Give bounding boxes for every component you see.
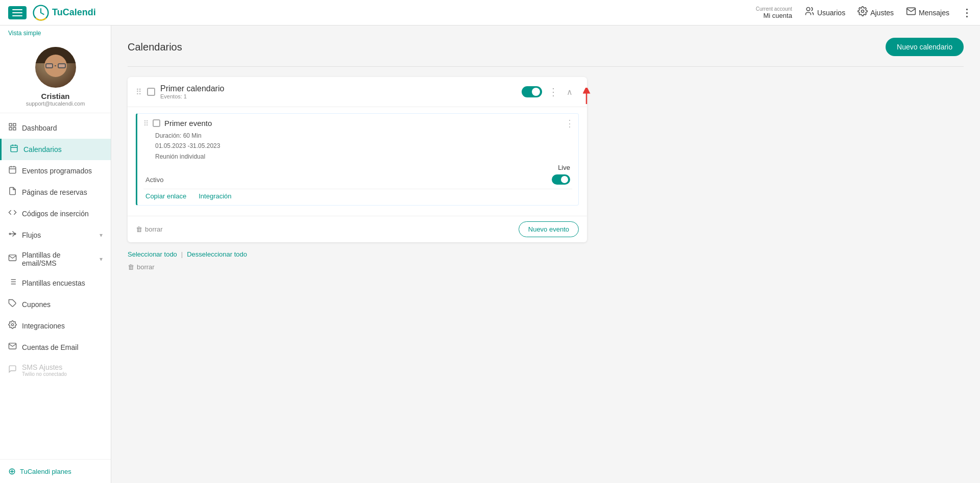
vista-simple-link[interactable]: Vista simple: [0, 26, 111, 39]
bottom-actions: Seleccionar todo | Desseleccionar todo 🗑…: [128, 250, 587, 271]
nuevo-evento-button[interactable]: Nuevo evento: [519, 221, 579, 237]
sidebar-item-cupones[interactable]: Cupones: [0, 294, 111, 315]
content-header: Calendarios Nuevo calendario: [128, 38, 964, 56]
page-title: Calendarios: [128, 41, 182, 53]
plantillas-encuestas-icon: [8, 277, 17, 289]
calendar-more-icon[interactable]: ⋮: [546, 86, 560, 98]
topnav-left: TuCalendi: [8, 5, 96, 21]
borrar-global-button[interactable]: 🗑 borrar: [128, 263, 155, 271]
profile-section: Cristian support@tucalendi.com: [0, 39, 111, 113]
sidebar-item-integraciones[interactable]: Integraciones: [0, 315, 111, 337]
calendar-toggle[interactable]: [522, 86, 542, 97]
calendar-actions: ⋮ ∧: [522, 86, 579, 98]
drag-handle-icon[interactable]: ⠿: [136, 87, 142, 97]
logo-icon: [33, 5, 49, 21]
event-name: Primer evento: [164, 119, 572, 128]
avatar: [35, 47, 76, 88]
mensajes-label: Mensajes: [919, 9, 949, 17]
logo[interactable]: TuCalendi: [33, 5, 96, 21]
borrar-button[interactable]: 🗑 borrar: [136, 225, 163, 233]
nav-usuarios[interactable]: Usuarios: [804, 6, 845, 19]
event-fechas: 01.05.2023 -31.05.2023: [155, 141, 572, 151]
sidebar-item-flujos[interactable]: Flujos ▾: [0, 224, 111, 246]
hamburger-menu[interactable]: [8, 6, 27, 19]
sidebar-item-plantillas-encuestas[interactable]: Plantillas encuestas: [0, 272, 111, 294]
more-options-button[interactable]: ⋮: [962, 7, 972, 19]
nuevo-calendario-button[interactable]: Nuevo calendario: [886, 38, 964, 56]
topnav-right: Current account Mi cuenta Usuarios Ajust…: [756, 6, 972, 19]
calendar-collapse-icon[interactable]: ∧: [565, 87, 575, 97]
integracion-link[interactable]: Integración: [199, 192, 231, 200]
svg-rect-8: [9, 128, 12, 130]
main-layout: Vista simple Cristian support@tucalendi.…: [0, 26, 980, 483]
codigos-icon: [8, 208, 17, 219]
mi-cuenta-label: Mi cuenta: [764, 12, 792, 19]
copiar-enlace-link[interactable]: Copiar enlace: [145, 192, 186, 200]
select-row: Seleccionar todo | Desseleccionar todo: [128, 250, 587, 258]
event-drag-handle-icon[interactable]: ⠿: [143, 119, 149, 128]
current-account-label: Current account: [756, 6, 792, 12]
plantillas-email-icon: [8, 253, 17, 265]
seleccionar-todo-link[interactable]: Seleccionar todo: [128, 250, 177, 258]
svg-point-27: [11, 323, 13, 325]
dashboard-icon: [8, 122, 17, 134]
tucalendi-planes-link[interactable]: ⊕ TuCalendi planes: [8, 466, 103, 477]
event-item-header: ⠿ Primer evento ⋮: [143, 119, 572, 128]
ajustes-icon: [857, 6, 868, 19]
svg-rect-7: [13, 123, 16, 126]
flujos-chevron: ▾: [100, 232, 103, 239]
ajustes-label: Ajustes: [870, 9, 894, 17]
dashboard-label: Dashboard: [22, 124, 57, 132]
sidebar-nav: Dashboard Calendarios: [0, 113, 111, 459]
event-active-row: Activo: [143, 171, 572, 186]
desseleccionar-todo-link[interactable]: Desseleccionar todo: [187, 250, 247, 258]
nav-ajustes[interactable]: Ajustes: [857, 6, 894, 19]
sms-ajustes-icon: [8, 365, 17, 376]
current-account[interactable]: Current account Mi cuenta: [756, 6, 792, 19]
svg-point-4: [806, 8, 810, 11]
calendar-card-footer: 🗑 borrar Nuevo evento: [128, 216, 587, 242]
planes-icon: ⊕: [8, 466, 16, 477]
eventos-label: Eventos programados: [22, 167, 92, 175]
paginas-icon: [8, 187, 17, 198]
calendar-checkbox[interactable]: [147, 88, 155, 96]
calendar-card-header: ⠿ Primer calendario Eventos: 1 ⋮ ∧: [128, 77, 587, 107]
event-active-toggle[interactable]: [552, 174, 570, 185]
plantillas-email-label: Plantillas de email/SMS: [22, 251, 94, 267]
main-content: Calendarios Nuevo calendario ⠿ Primer ca…: [111, 26, 980, 483]
svg-rect-14: [9, 167, 16, 173]
paginas-label: Páginas de reservas: [22, 188, 87, 196]
event-more-icon[interactable]: ⋮: [565, 118, 574, 129]
mensajes-icon: [906, 6, 916, 19]
borrar-label: borrar: [145, 225, 163, 233]
flujos-icon: [8, 230, 17, 241]
sidebar: Vista simple Cristian support@tucalendi.…: [0, 26, 111, 483]
cuentas-email-icon: [8, 342, 17, 353]
event-tipo: Reunión individual: [155, 151, 572, 162]
sidebar-item-plantillas-email[interactable]: Plantillas de email/SMS ▾: [0, 246, 111, 272]
sidebar-item-dashboard[interactable]: Dashboard: [0, 117, 111, 139]
integraciones-label: Integraciones: [22, 322, 65, 330]
sidebar-item-calendarios[interactable]: Calendarios: [0, 139, 111, 160]
topnav: TuCalendi Current account Mi cuenta Usua…: [0, 0, 980, 26]
event-list: ⠿ Primer evento ⋮ Duración: 60 Min 01.05…: [128, 113, 587, 216]
sidebar-item-cuentas-email[interactable]: Cuentas de Email: [0, 337, 111, 358]
cupones-icon: [8, 299, 17, 310]
plantillas-email-chevron: ▾: [100, 256, 103, 263]
event-checkbox[interactable]: [153, 119, 160, 127]
sidebar-item-eventos[interactable]: Eventos programados: [0, 160, 111, 182]
sidebar-item-paginas[interactable]: Páginas de reservas: [0, 182, 111, 203]
usuarios-icon: [804, 6, 815, 19]
sidebar-item-sms-ajustes[interactable]: SMS Ajustes Twilio no conectado: [0, 358, 111, 382]
profile-name: Cristian: [41, 92, 70, 100]
live-badge: Live: [558, 164, 570, 171]
sidebar-item-codigos[interactable]: Códigos de inserción: [0, 203, 111, 224]
sidebar-footer: ⊕ TuCalendi planes: [0, 459, 111, 483]
nav-mensajes[interactable]: Mensajes: [906, 6, 949, 19]
svg-rect-6: [9, 123, 12, 126]
planes-label: TuCalendi planes: [20, 468, 71, 475]
usuarios-label: Usuarios: [817, 9, 845, 17]
svg-rect-9: [13, 128, 16, 130]
event-details: Duración: 60 Min 01.05.2023 -31.05.2023 …: [143, 131, 572, 162]
calendarios-icon: [10, 144, 18, 155]
